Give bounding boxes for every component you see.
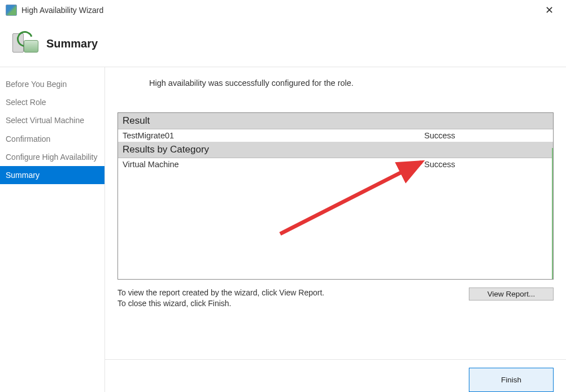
step-select-role[interactable]: Select Role xyxy=(0,93,105,111)
titlebar: High Availability Wizard ✕ xyxy=(0,0,566,20)
result-header: Result xyxy=(118,113,553,129)
step-summary[interactable]: Summary xyxy=(0,166,105,184)
window-title: High Availability Wizard xyxy=(21,6,538,15)
category-row: Virtual Machine Success xyxy=(118,158,553,171)
hint-line-2: To close this wizard, click Finish. xyxy=(117,299,232,308)
wizard-steps-sidebar: Before You Begin Select Role Select Virt… xyxy=(0,67,105,392)
category-name: Virtual Machine xyxy=(123,160,424,169)
finish-button[interactable]: Finish xyxy=(469,368,554,392)
status-message: High availability was successfully confi… xyxy=(117,76,554,88)
step-confirmation[interactable]: Confirmation xyxy=(0,130,105,148)
hint-line-1: To view the report created by the wizard… xyxy=(117,288,324,297)
view-report-button[interactable]: View Report... xyxy=(469,288,554,300)
step-before-you-begin[interactable]: Before You Begin xyxy=(0,75,105,93)
results-box: Result TestMigrate01 Success Results by … xyxy=(117,112,554,280)
result-status: Success xyxy=(424,131,548,140)
wizard-page-icon xyxy=(11,30,38,57)
result-name: TestMigrate01 xyxy=(123,131,424,140)
close-button[interactable]: ✕ xyxy=(538,0,560,20)
category-header: Results by Category xyxy=(118,142,553,158)
step-configure-high-availability[interactable]: Configure High Availability xyxy=(0,148,105,166)
wizard-footer: Finish xyxy=(105,359,566,392)
wizard-header: Summary xyxy=(0,20,566,67)
category-status: Success xyxy=(424,160,548,169)
wizard-main-panel: High availability was successfully confi… xyxy=(105,67,566,392)
wizard-app-icon xyxy=(6,5,17,16)
hint-area: To view the report created by the wizard… xyxy=(117,288,554,309)
result-row: TestMigrate01 Success xyxy=(118,129,553,142)
hint-text: To view the report created by the wizard… xyxy=(117,288,462,309)
page-title: Summary xyxy=(46,37,98,50)
step-select-virtual-machine[interactable]: Select Virtual Machine xyxy=(0,111,105,129)
results-scrollbar[interactable] xyxy=(552,148,553,279)
